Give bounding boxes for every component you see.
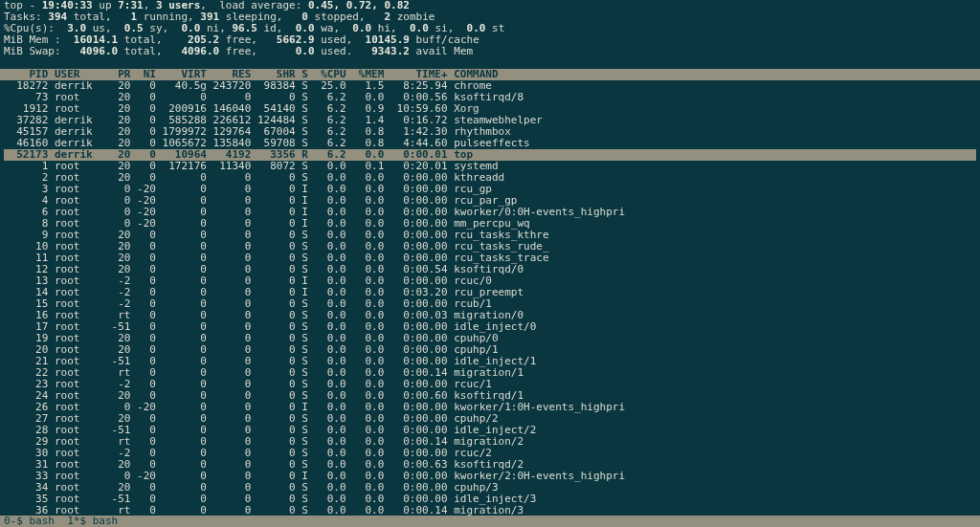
top-summary: top - 19:40:33 up 7:31, 3 users, load av… xyxy=(0,0,980,69)
terminal-window[interactable]: { "header": { "l1_a":"top - ","time":"19… xyxy=(0,0,980,527)
process-list[interactable]: 18272 derrik 20 0 40.5g 243720 98384 S 2… xyxy=(0,80,980,527)
status-bar: 0-$ bash 1*$ bash xyxy=(0,516,980,527)
